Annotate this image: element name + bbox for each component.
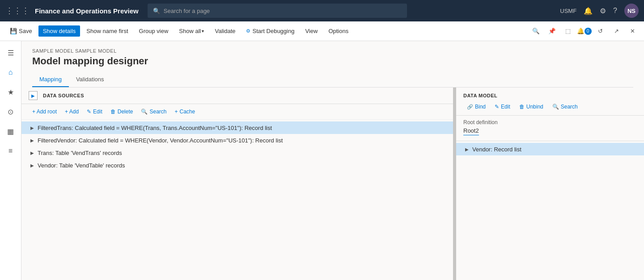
tree-item[interactable]: ▶ Vendor: Table 'VendTable' records (21, 159, 453, 171)
sidebar-favorites-icon[interactable]: ★ (3, 84, 19, 100)
cache-button[interactable]: + Cache (171, 107, 199, 117)
add-button[interactable]: + Add (61, 107, 82, 117)
left-sidebar: ☰ ⌂ ★ ⊙ ▦ ≡ (0, 41, 21, 280)
notification-icon[interactable]: 🔔 (584, 7, 593, 15)
add-root-button[interactable]: + Add root (29, 107, 60, 117)
refresh-icon: ↺ (598, 28, 603, 34)
sidebar-workspaces-icon[interactable]: ▦ (3, 123, 19, 139)
toolbar: 💾 Save Show details Show name first Grou… (0, 21, 644, 41)
edit-icon: ✎ (87, 109, 91, 115)
expand-icon[interactable]: ▶ (29, 149, 36, 156)
group-view-button[interactable]: Group view (135, 25, 173, 37)
validate-button[interactable]: Validate (210, 25, 240, 37)
tree-item[interactable]: ▶ FilteredVendor: Calculated field = WHE… (21, 134, 453, 146)
search-icon: 🔍 (552, 104, 559, 110)
data-sources-panel: ▶ DATA SOURCES + Add root + Add ✎ Edit (21, 88, 454, 280)
show-details-button[interactable]: Show details (38, 25, 80, 37)
data-model-header: DATA MODEL 🔗 Bind ✎ Edit 🗑 Unbind (456, 88, 644, 116)
toolbar-right: 🔍 📌 ⬚ 🔔 0 ↺ ↗ ✕ (530, 25, 639, 38)
sidebar-list-icon[interactable]: ≡ (3, 143, 19, 159)
search-toolbar-button[interactable]: 🔍 (530, 25, 542, 38)
usmf-label: USMF (560, 8, 576, 14)
collapse-button[interactable]: ▶ (29, 91, 38, 100)
pin-button[interactable]: 📌 (546, 25, 558, 38)
global-search-input[interactable] (164, 8, 402, 14)
expand-icon[interactable]: ▶ (29, 162, 36, 169)
show-name-button[interactable]: Show name first (82, 25, 132, 37)
data-sources-tree: ▶ FilteredTrans: Calculated field = WHER… (21, 120, 453, 173)
settings-icon[interactable]: ⚙ (600, 7, 606, 15)
content-area: SAMPLE MODEL SAMPLE MODEL Model mapping … (21, 41, 644, 280)
save-icon: 💾 (10, 28, 17, 34)
breadcrumb: SAMPLE MODEL SAMPLE MODEL (32, 48, 633, 54)
dm-search-button[interactable]: 🔍 Search (549, 102, 581, 112)
search-icon: 🔍 (141, 109, 148, 115)
pin-icon: 📌 (548, 28, 556, 34)
notification-badge: 0 (585, 28, 592, 35)
debug-icon: ⚙ (246, 28, 250, 34)
delete-icon: 🗑 (110, 109, 116, 115)
app-grid-icon[interactable]: ⋮⋮⋮ (5, 6, 30, 16)
main-layout: ☰ ⌂ ★ ⊙ ▦ ≡ SAMPLE MODEL SAMPLE MODEL Mo… (0, 41, 644, 280)
data-sources-panel-title: DATA SOURCES (43, 93, 84, 98)
sidebar-home-icon[interactable]: ⌂ (3, 64, 19, 80)
tab-validations[interactable]: Validations (69, 72, 111, 87)
root-definition-label: Root definition (463, 119, 637, 125)
page-title: Model mapping designer (32, 55, 633, 67)
tab-mapping[interactable]: Mapping (32, 72, 69, 87)
app-title: Finance and Operations Preview (35, 7, 139, 15)
sidebar-recent-icon[interactable]: ⊙ (3, 104, 19, 120)
bind-button[interactable]: 🔗 Bind (463, 102, 489, 112)
refresh-button[interactable]: ↺ (594, 25, 606, 38)
expand-icon[interactable]: ▶ (463, 146, 470, 153)
dm-tree-item[interactable]: ▶ Vendor: Record list (456, 143, 644, 155)
tree-item[interactable]: ▶ Trans: Table 'VendTrans' records (21, 146, 453, 159)
nav-actions: USMF 🔔 ⚙ ? NS (560, 4, 639, 18)
delete-button[interactable]: 🗑 Delete (107, 107, 137, 117)
expand-icon[interactable]: ▶ (29, 124, 36, 131)
tree-item[interactable]: ▶ FilteredTrans: Calculated field = WHER… (21, 121, 453, 134)
data-model-title: DATA MODEL (463, 93, 637, 98)
edit-button[interactable]: ✎ Edit (83, 107, 106, 117)
data-sources-toolbar: + Add root + Add ✎ Edit 🗑 Delete 🔍 (21, 104, 453, 120)
global-search-bar[interactable]: 🔍 (148, 4, 407, 18)
top-navigation: ⋮⋮⋮ Finance and Operations Preview 🔍 USM… (0, 0, 644, 21)
chevron-down-icon: ▾ (202, 29, 204, 33)
save-button[interactable]: 💾 Save (5, 25, 37, 37)
data-model-toolbar: 🔗 Bind ✎ Edit 🗑 Unbind 🔍 (463, 102, 637, 112)
popout-button[interactable]: ↗ (610, 25, 623, 38)
close-button[interactable]: ✕ (626, 25, 639, 38)
start-debugging-button[interactable]: ⚙ Start Debugging (242, 25, 299, 37)
avatar[interactable]: NS (624, 4, 639, 18)
unbind-icon: 🗑 (519, 104, 525, 110)
close-icon: ✕ (630, 28, 635, 34)
data-model-tree: ▶ Vendor: Record list (456, 141, 644, 157)
unbind-button[interactable]: 🗑 Unbind (516, 102, 547, 112)
badge-button[interactable]: 🔔 0 (578, 25, 590, 38)
expand-icon[interactable]: ▶ (29, 137, 36, 144)
data-model-panel: DATA MODEL 🔗 Bind ✎ Edit 🗑 Unbind (456, 88, 644, 280)
root-definition-value: Root2 (463, 127, 479, 135)
options-button[interactable]: Options (324, 25, 353, 37)
cache-icon: + (174, 109, 178, 115)
search-button[interactable]: 🔍 Search (137, 107, 170, 117)
page-header: SAMPLE MODEL SAMPLE MODEL Model mapping … (21, 41, 644, 88)
view-button[interactable]: View (301, 25, 322, 37)
show-all-button[interactable]: Show all ▾ (174, 25, 208, 37)
badge-icon: 🔔 (577, 28, 585, 34)
dm-edit-button[interactable]: ✎ Edit (491, 102, 514, 112)
popout-icon: ↗ (614, 28, 619, 34)
search-icon: 🔍 (532, 28, 540, 34)
search-icon: 🔍 (153, 8, 160, 14)
edit-icon: ✎ (495, 104, 499, 110)
root-definition: Root definition Root2 (456, 116, 644, 141)
bind-icon: 🔗 (467, 104, 473, 110)
page-tabs: Mapping Validations (32, 72, 633, 88)
help-icon[interactable]: ? (613, 7, 617, 15)
sidebar-hamburger[interactable]: ☰ (3, 45, 19, 61)
mapping-section: ▶ DATA SOURCES + Add root + Add ✎ Edit (21, 88, 644, 280)
data-sources-panel-header: ▶ DATA SOURCES (21, 88, 453, 104)
expand-button[interactable]: ⬚ (562, 25, 574, 38)
expand-icon: ⬚ (565, 28, 571, 34)
